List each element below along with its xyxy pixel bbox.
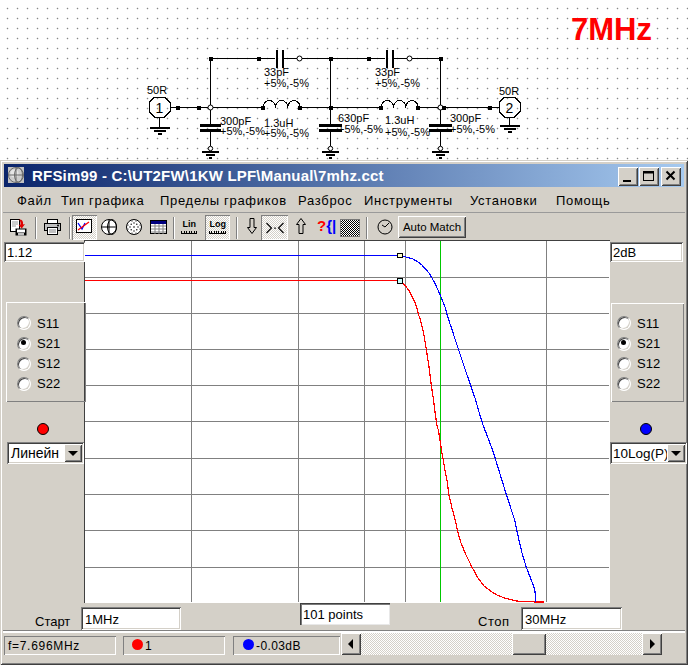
svg-text:1: 1 <box>156 100 164 116</box>
svg-text:Log: Log <box>210 219 227 229</box>
svg-text:2: 2 <box>506 100 514 116</box>
svg-text:Lin: Lin <box>183 219 197 229</box>
